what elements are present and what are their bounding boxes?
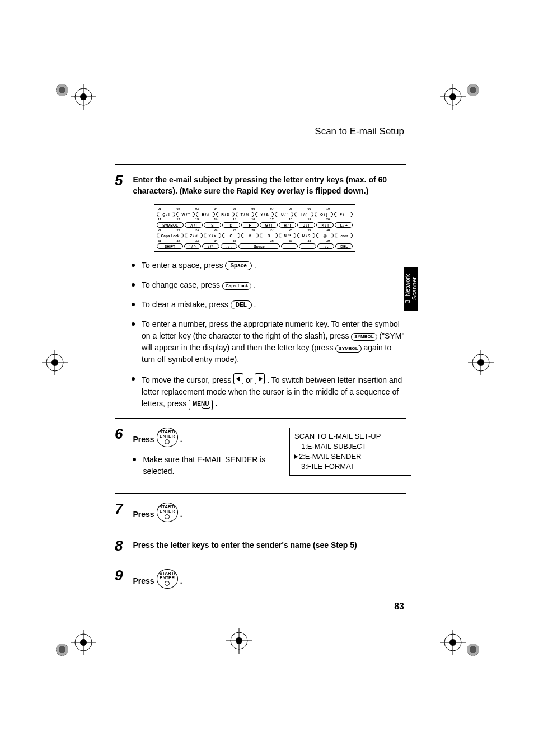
bullet-space: To enter a space, press Space . — [132, 260, 406, 271]
step-number-7: 7 — [115, 503, 130, 515]
keyboard-diagram: 01020304050607080910 Q / !W / "E / #R / … — [154, 204, 355, 252]
lcd-line-4: 3:FILE FORMAT — [294, 462, 406, 472]
space-key-icon: Space — [225, 261, 251, 270]
svg-point-11 — [51, 359, 58, 366]
lcd-line-1: SCAN TO E-MAIL SET-UP — [294, 431, 406, 442]
step-9-text: Press START/ENTER . — [133, 569, 401, 589]
step-number-8: 8 — [115, 539, 130, 552]
text: To clear a mistake, press — [142, 300, 231, 309]
page-header-title: Scan to E-mail Setup — [315, 126, 404, 137]
step-7-text: Press START/ENTER . — [133, 503, 401, 522]
svg-point-7 — [449, 93, 456, 100]
lcd-line-2: 1:E-MAIL SUBJECT — [294, 442, 406, 452]
svg-point-27 — [236, 637, 242, 644]
start-enter-key-icon: START/ENTER — [157, 569, 178, 589]
text: To change case, press — [142, 280, 222, 289]
svg-point-3 — [80, 93, 87, 100]
page-number: 83 — [394, 602, 404, 612]
svg-point-23 — [449, 639, 456, 646]
lcd-display: SCAN TO E-MAIL SET-UP 1:E-MAIL SUBJECT 2… — [289, 428, 411, 476]
text: To move the cursor, press — [142, 375, 233, 384]
step-8-text: Press the letter keys to enter the sende… — [133, 539, 401, 551]
arrow-left-icon — [233, 373, 243, 384]
svg-point-15 — [477, 359, 484, 366]
bullet-cursor: To move the cursor, press or . To switch… — [132, 373, 406, 410]
del-key-icon: DEL — [231, 300, 252, 309]
text: Press — [133, 510, 156, 519]
text: To enter a space, press — [142, 261, 225, 270]
bullet-caps: To change case, press Caps Lock . — [132, 279, 406, 291]
step-number-9: 9 — [115, 569, 130, 581]
step-6-sub-bullet: Make sure that E-MAIL SENDER is selected… — [133, 454, 278, 477]
step-number-5: 5 — [115, 174, 130, 186]
menu-key-icon: MENU — [189, 400, 213, 410]
step-number-6: 6 — [115, 428, 130, 440]
text: Press — [133, 576, 156, 585]
start-enter-key-icon: START/ENTER — [157, 503, 178, 522]
text: Press — [133, 435, 156, 444]
bullet-symbol: To enter a number, press the appropriate… — [132, 318, 406, 365]
lcd-line-3: 2:E-MAIL SENDER — [294, 452, 406, 462]
selector-icon — [294, 454, 298, 459]
arrow-right-icon — [255, 373, 265, 384]
svg-point-19 — [80, 639, 87, 646]
text: or — [246, 375, 255, 384]
start-enter-key-icon: START/ENTER — [157, 428, 178, 447]
capslock-key-icon: Caps Lock — [222, 282, 251, 290]
step-5-text: Enter the e-mail subject by pressing the… — [133, 174, 401, 196]
symbol-key-icon: SYMBOL — [351, 333, 377, 341]
symbol-key-icon: SYMBOL — [335, 345, 361, 353]
bullet-del: To clear a mistake, press DEL . — [132, 299, 406, 311]
